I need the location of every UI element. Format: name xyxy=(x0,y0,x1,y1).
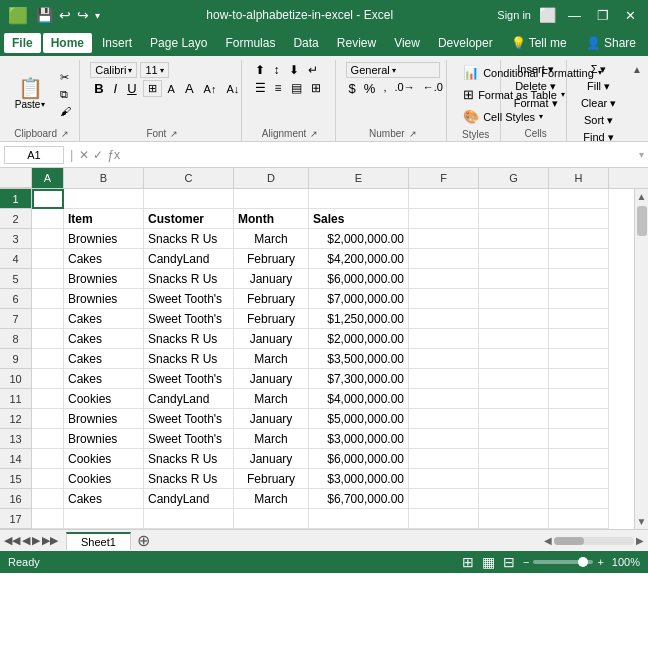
cell-c6[interactable]: Sweet Tooth's xyxy=(144,289,234,309)
menu-file[interactable]: File xyxy=(4,33,41,53)
font-size-selector[interactable]: 11▾ xyxy=(140,62,168,78)
cell-b5[interactable]: Brownies xyxy=(64,269,144,289)
cell-h6[interactable] xyxy=(549,289,609,309)
cell-g12[interactable] xyxy=(479,409,549,429)
cell-a11[interactable] xyxy=(32,389,64,409)
cut-button[interactable]: ✂ xyxy=(56,70,75,85)
cell-h10[interactable] xyxy=(549,369,609,389)
cell-b6[interactable]: Brownies xyxy=(64,289,144,309)
cell-c17[interactable] xyxy=(144,509,234,529)
cell-h7[interactable] xyxy=(549,309,609,329)
increase-decimal-button[interactable]: .0→ xyxy=(391,80,417,97)
row-header-17[interactable]: 17 xyxy=(0,509,31,529)
cell-f17[interactable] xyxy=(409,509,479,529)
cell-b2[interactable]: Item xyxy=(64,209,144,229)
cell-e10[interactable]: $7,300,000.00 xyxy=(309,369,409,389)
decrease-font-button[interactable]: A↓ xyxy=(222,82,243,96)
insert-cells-button[interactable]: Insert ▾ xyxy=(513,62,558,77)
redo-button[interactable]: ↪ xyxy=(75,7,91,23)
formula-expand-button[interactable]: ▾ xyxy=(639,149,644,160)
row-header-1[interactable]: 1 xyxy=(0,189,31,209)
cell-b10[interactable]: Cakes xyxy=(64,369,144,389)
cell-e1[interactable] xyxy=(309,189,409,209)
cell-h3[interactable] xyxy=(549,229,609,249)
cell-f15[interactable] xyxy=(409,469,479,489)
cell-c10[interactable]: Sweet Tooth's xyxy=(144,369,234,389)
cell-d3[interactable]: March xyxy=(234,229,309,249)
cell-f9[interactable] xyxy=(409,349,479,369)
hscroll-left[interactable]: ◀ xyxy=(544,535,552,546)
cell-h13[interactable] xyxy=(549,429,609,449)
copy-button[interactable]: ⧉ xyxy=(56,87,75,102)
page-break-button[interactable]: ⊟ xyxy=(503,554,515,570)
zoom-thumb[interactable] xyxy=(578,557,588,567)
col-header-g[interactable]: G xyxy=(479,168,549,188)
cell-e9[interactable]: $3,500,000.00 xyxy=(309,349,409,369)
cell-a17[interactable] xyxy=(32,509,64,529)
cell-d8[interactable]: January xyxy=(234,329,309,349)
cell-f4[interactable] xyxy=(409,249,479,269)
cell-g17[interactable] xyxy=(479,509,549,529)
cell-g6[interactable] xyxy=(479,289,549,309)
cell-a16[interactable] xyxy=(32,489,64,509)
cell-a2[interactable] xyxy=(32,209,64,229)
cell-e8[interactable]: $2,000,000.00 xyxy=(309,329,409,349)
alignment-expand[interactable]: ↗ xyxy=(310,129,318,139)
cell-c4[interactable]: CandyLand xyxy=(144,249,234,269)
cell-e3[interactable]: $2,000,000.00 xyxy=(309,229,409,249)
bold-button[interactable]: B xyxy=(90,80,107,97)
menu-review[interactable]: Review xyxy=(329,33,384,53)
cell-g4[interactable] xyxy=(479,249,549,269)
sheet-last-button[interactable]: ▶▶ xyxy=(42,534,58,547)
scroll-thumb[interactable] xyxy=(637,206,647,236)
cell-b9[interactable]: Cakes xyxy=(64,349,144,369)
cell-g13[interactable] xyxy=(479,429,549,449)
menu-pagelayout[interactable]: Page Layo xyxy=(142,33,215,53)
cell-d17[interactable] xyxy=(234,509,309,529)
row-header-11[interactable]: 11 xyxy=(0,389,31,409)
cell-e4[interactable]: $4,200,000.00 xyxy=(309,249,409,269)
menu-home[interactable]: Home xyxy=(43,33,92,53)
cell-g1[interactable] xyxy=(479,189,549,209)
delete-cells-button[interactable]: Delete ▾ xyxy=(511,79,560,94)
formula-input[interactable] xyxy=(124,148,635,162)
cell-a3[interactable] xyxy=(32,229,64,249)
cell-d4[interactable]: February xyxy=(234,249,309,269)
cell-c8[interactable]: Snacks R Us xyxy=(144,329,234,349)
menu-view[interactable]: View xyxy=(386,33,428,53)
currency-button[interactable]: $ xyxy=(346,80,359,97)
cell-e16[interactable]: $6,700,000.00 xyxy=(309,489,409,509)
cell-c7[interactable]: Sweet Tooth's xyxy=(144,309,234,329)
cell-a7[interactable] xyxy=(32,309,64,329)
cell-b7[interactable]: Cakes xyxy=(64,309,144,329)
decrease-decimal-button[interactable]: ←.0 xyxy=(420,80,446,97)
row-header-3[interactable]: 3 xyxy=(0,229,31,249)
cell-f6[interactable] xyxy=(409,289,479,309)
cell-g8[interactable] xyxy=(479,329,549,349)
cell-a12[interactable] xyxy=(32,409,64,429)
cell-h2[interactable] xyxy=(549,209,609,229)
cell-h16[interactable] xyxy=(549,489,609,509)
restore-button[interactable]: ❐ xyxy=(593,8,613,23)
cell-b3[interactable]: Brownies xyxy=(64,229,144,249)
horizontal-scrollbar[interactable]: ◀ ▶ xyxy=(540,535,648,546)
find-button[interactable]: Find ▾ xyxy=(579,130,617,145)
cell-e5[interactable]: $6,000,000.00 xyxy=(309,269,409,289)
sheet-tab-sheet1[interactable]: Sheet1 xyxy=(66,532,131,550)
autosum-button[interactable]: Σ ▾ xyxy=(587,62,611,77)
undo-button[interactable]: ↩ xyxy=(57,7,73,23)
comma-button[interactable]: , xyxy=(380,80,389,97)
col-header-h[interactable]: H xyxy=(549,168,609,188)
cell-c2[interactable]: Customer xyxy=(144,209,234,229)
cell-f10[interactable] xyxy=(409,369,479,389)
cell-a10[interactable] xyxy=(32,369,64,389)
format-cells-button[interactable]: Format ▾ xyxy=(510,96,562,111)
cell-h15[interactable] xyxy=(549,469,609,489)
close-button[interactable]: ✕ xyxy=(621,8,640,23)
cell-f14[interactable] xyxy=(409,449,479,469)
row-header-5[interactable]: 5 xyxy=(0,269,31,289)
cell-b12[interactable]: Brownies xyxy=(64,409,144,429)
row-header-2[interactable]: 2 xyxy=(0,209,31,229)
number-format-selector[interactable]: General▾ xyxy=(346,62,441,78)
cell-b11[interactable]: Cookies xyxy=(64,389,144,409)
